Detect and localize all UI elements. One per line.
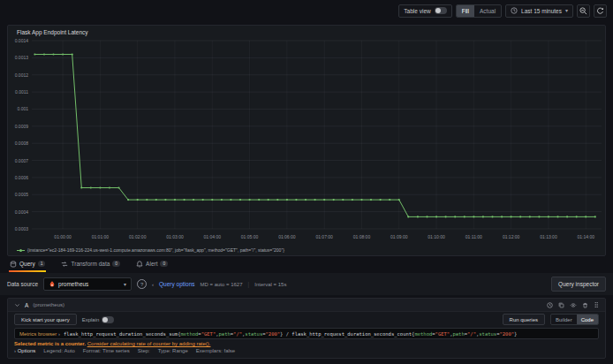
table-view-label: Table view [404,8,430,14]
builder-code-segmented: Builder Code [550,314,599,325]
query-expression-field[interactable]: Metrics browser › flask_http_request_dur… [14,328,599,339]
tab-query-label: Query [19,261,35,267]
table-view-control[interactable]: Table view [398,4,451,18]
drag-handle-icon[interactable] [594,301,599,308]
query-row-header[interactable]: A (prometheus) [8,299,605,312]
svg-text:01:09:00: 01:09:00 [390,234,408,239]
datasource-label: Data source [7,281,38,287]
svg-text:01:07:00: 01:07:00 [315,234,333,239]
svg-text:01:08:00: 01:08:00 [353,234,371,239]
duplicate-query-icon[interactable] [558,302,564,308]
query-options-footer[interactable]: › Options Legend: Auto Format: Time seri… [14,348,599,353]
zoom-out-button[interactable] [577,4,590,18]
tab-transform-data[interactable]: Transform data 0 [60,258,121,272]
option-step: Step: [138,348,150,353]
svg-text:01:11:00: 01:11:00 [465,234,482,239]
query-datasource-hint: (prometheus) [33,302,64,307]
max-data-points-summary: MD = auto = 1627 [201,282,243,287]
svg-text:01:05:00: 01:05:00 [241,234,259,239]
svg-text:01:06:00: 01:06:00 [278,234,296,239]
svg-text:0.0004: 0.0004 [15,209,29,215]
svg-text:01:03:00: 01:03:00 [166,234,184,239]
svg-text:01:12:00: 01:12:00 [503,234,520,239]
chart-legend[interactable]: {instance="ec2-184-169-216-224.us-west-1… [17,247,284,253]
warning-hint-link[interactable]: Consider calculating rate of counter by … [87,341,211,346]
chevron-down-icon[interactable] [14,302,20,308]
svg-text:0.001: 0.001 [17,106,28,111]
explain-label: Explain [82,317,100,322]
caret-down-icon: ▾ [565,8,568,13]
options-label: Options [18,348,36,353]
svg-text:01:04:00: 01:04:00 [204,234,222,239]
series-swatch [17,250,25,251]
explain-control: Explain [82,316,115,323]
chevron-right-icon: › [58,331,60,337]
refresh-button[interactable] [594,4,607,18]
option-legend: Legend: Auto [43,348,74,353]
tab-alert-badge: 0 [160,261,168,267]
query-options-toggle[interactable]: Query options [159,281,194,287]
svg-text:0.0003: 0.0003 [15,226,29,231]
table-view-toggle[interactable] [435,7,447,14]
tab-alert-label: Alert [146,261,157,267]
query-tab-icon [10,261,17,268]
svg-text:01:01:00: 01:01:00 [92,234,110,239]
datasource-row: Data source prometheus ▾ ? ‹ Query optio… [0,273,613,295]
divider: | [248,281,250,287]
svg-text:0.0009: 0.0009 [15,124,29,129]
query-editor-card: A (prometheus) Kick start your query Exp… [7,298,606,359]
query-toolbar: Kick start your query Explain Run querie… [8,312,605,327]
series-point-dot [19,249,22,252]
tab-query[interactable]: Query 1 [9,258,46,272]
svg-text:01:00:00: 01:00:00 [54,234,72,239]
interval-summary: Interval = 15s [254,282,286,287]
clock-icon [511,7,518,14]
svg-text:0.0014: 0.0014 [15,38,29,43]
warning-text: Selected metric is a counter. [14,341,86,346]
counter-warning: Selected metric is a counter. Consider c… [14,341,599,346]
kick-start-query-button[interactable]: Kick start your query [14,314,77,325]
refresh-icon [596,7,604,15]
hide-response-eye-icon[interactable] [570,302,577,308]
editor-tabs: Query 1 Transform data 0 Alert 0 [9,258,169,272]
zoom-out-icon [579,7,587,15]
svg-text:0.0005: 0.0005 [15,192,29,197]
svg-text:0.0012: 0.0012 [15,72,29,78]
caret-down-icon: ▾ [124,282,126,287]
promql-expression[interactable]: flask_http_request_duration_seconds_sum{… [64,331,517,337]
chevron-left-icon: ‹ [152,282,154,287]
help-icon[interactable]: ? [137,279,147,289]
builder-button[interactable]: Builder [551,315,577,324]
svg-text:0.0008: 0.0008 [15,140,29,146]
latency-chart[interactable]: 0.00140.00130.00120.00110.0010.00090.000… [8,26,605,255]
time-range-label: Last 15 minutes [521,8,562,14]
svg-text:01:13:00: 01:13:00 [540,234,557,239]
run-queries-button[interactable]: Run queries [503,314,545,325]
svg-text:0.0006: 0.0006 [15,175,29,180]
datasource-value: prometheus [58,281,88,287]
tab-alert[interactable]: Alert 0 [135,258,169,272]
metrics-browser-toggle[interactable]: Metrics browser › [19,331,60,337]
latency-panel: Flask App Endpoint Latency 0.00140.00130… [7,25,606,256]
query-history-icon[interactable] [547,302,553,308]
actual-button[interactable]: Actual [474,5,501,17]
panel-title: Flask App Endpoint Latency [17,29,88,35]
series-label: {instance="ec2-184-169-216-224.us-west-1… [27,247,284,253]
query-row-actions [547,301,599,308]
svg-text:0.0007: 0.0007 [15,158,29,163]
remove-query-trash-icon[interactable] [582,302,588,308]
code-button[interactable]: Code [577,315,598,324]
option-format: Format: Time series [83,348,130,353]
explain-toggle[interactable] [102,316,114,323]
chevron-right-icon: › [14,348,16,353]
time-range-picker[interactable]: Last 15 minutes ▾ [505,4,573,18]
panel-editor-toolbar: Table view Fill Actual Last 15 minutes ▾ [0,0,613,21]
alert-bell-icon [136,261,143,268]
fill-button[interactable]: Fill [457,5,474,17]
datasource-select[interactable]: prometheus ▾ [43,277,132,291]
prometheus-flame-icon [49,281,56,288]
option-type: Type: Range [158,348,188,353]
svg-text:01:14:00: 01:14:00 [578,234,595,239]
query-inspector-button[interactable]: Query inspector [551,277,606,292]
tab-query-badge: 1 [38,261,46,267]
